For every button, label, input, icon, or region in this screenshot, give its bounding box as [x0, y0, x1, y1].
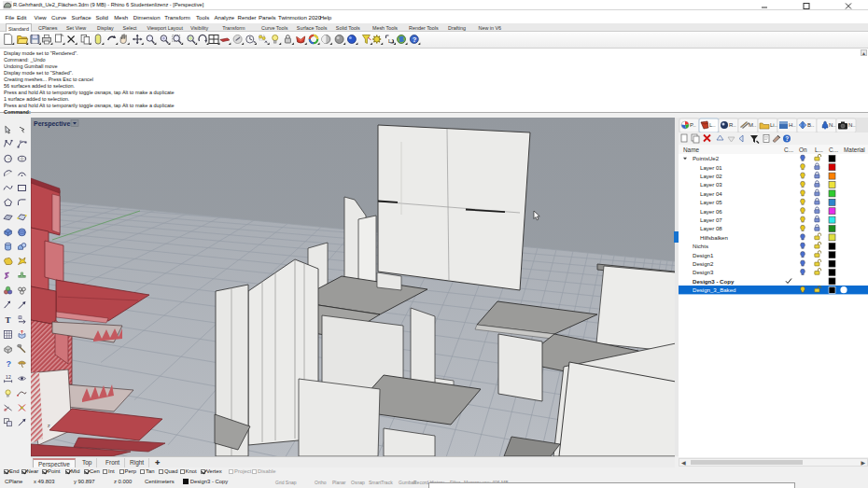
svg-text:N..: N.. [848, 122, 856, 128]
svg-text:Design3: Design3 [693, 269, 714, 275]
svg-text:Layer 06: Layer 06 [700, 208, 722, 215]
svg-text:R..: R.. [729, 122, 736, 128]
svg-text:Design2: Design2 [693, 260, 714, 267]
svg-text:Design1: Design1 [693, 252, 714, 258]
svg-text:Layer 03: Layer 03 [700, 181, 722, 188]
svg-text:Layer 01: Layer 01 [700, 164, 722, 171]
svg-text:L1: L1 [388, 38, 395, 44]
svg-text:?: ? [413, 35, 417, 44]
svg-text:Design3 - Copy: Design3 - Copy [693, 278, 735, 285]
svg-text:Layer 07: Layer 07 [700, 216, 722, 223]
svg-text:Layer 05: Layer 05 [700, 199, 722, 205]
svg-text:Layer 08: Layer 08 [700, 225, 722, 231]
svg-text:T: T [6, 315, 11, 325]
svg-text:z: z [48, 423, 50, 428]
svg-text:Li..: Li.. [770, 122, 777, 128]
svg-text:H..: H.. [789, 122, 796, 128]
svg-text:Layer 04: Layer 04 [700, 190, 722, 197]
svg-text:M..: M.. [749, 122, 757, 128]
svg-text:L..: L.. [709, 122, 716, 128]
svg-text:B..: B.. [807, 122, 815, 128]
svg-text:Perspective: Perspective [34, 120, 70, 128]
svg-text:Layer 02: Layer 02 [700, 173, 722, 179]
svg-text:?: ? [785, 135, 789, 142]
svg-text:?: ? [6, 359, 11, 369]
svg-text:PointsUe2: PointsUe2 [693, 155, 720, 161]
svg-text:Nichts: Nichts [693, 243, 708, 249]
svg-text:Hilfsbalken: Hilfsbalken [700, 234, 728, 241]
svg-text:P..: P.. [690, 122, 696, 128]
svg-text:12: 12 [6, 374, 11, 380]
svg-text:Design_3_Baked: Design_3_Baked [693, 286, 735, 293]
svg-text:N..: N.. [829, 122, 836, 128]
